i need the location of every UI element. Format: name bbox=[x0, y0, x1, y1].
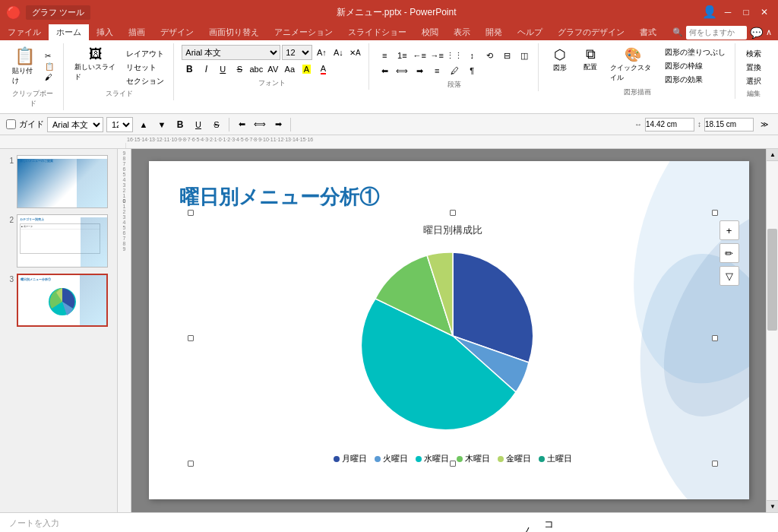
format-size-select[interactable]: 12 bbox=[106, 117, 133, 132]
menu-review[interactable]: 校閲 bbox=[414, 24, 446, 40]
font-color-button[interactable]: A bbox=[315, 62, 330, 77]
select-button[interactable]: 選択 bbox=[743, 75, 764, 87]
text-shadow-button[interactable]: abc bbox=[248, 62, 264, 77]
text-highlight-button[interactable]: 🖊 bbox=[447, 63, 462, 78]
align-left-button[interactable]: ⬅ bbox=[377, 63, 392, 78]
align-right-button[interactable]: ➡ bbox=[412, 63, 427, 78]
char-spacing-button[interactable]: AV bbox=[265, 62, 280, 77]
font-name-select[interactable]: Arial 本文 bbox=[182, 45, 280, 60]
menu-dev[interactable]: 開発 bbox=[478, 24, 510, 40]
increase-indent-button[interactable]: →≡ bbox=[429, 48, 444, 63]
close-button[interactable]: ✕ bbox=[757, 5, 772, 20]
new-slide-button[interactable]: 🖼 新しいスライド bbox=[71, 45, 121, 84]
canvas-area[interactable]: 曜日別メニュー分析① 曜日別構成比 bbox=[131, 149, 766, 512]
search-input[interactable] bbox=[686, 26, 747, 40]
shape-effects-button[interactable]: 図形の効果 bbox=[662, 74, 729, 86]
slide-thumb-1[interactable]: 1 新しいメニューのご提案 bbox=[3, 155, 114, 208]
format-align-center[interactable]: ⟺ bbox=[252, 117, 267, 132]
scroll-down-btn[interactable]: ▼ bbox=[767, 500, 778, 512]
sel-handle-bl[interactable] bbox=[188, 461, 194, 467]
scroll-thumb[interactable] bbox=[767, 229, 777, 331]
height-input[interactable] bbox=[704, 118, 754, 131]
section-button[interactable]: セクション bbox=[123, 75, 167, 87]
text-direction-button[interactable]: ⟲ bbox=[482, 48, 497, 63]
italic-button[interactable]: I bbox=[198, 62, 213, 77]
menu-format[interactable]: 書式 bbox=[632, 24, 664, 40]
guide-checkbox[interactable] bbox=[6, 119, 16, 129]
format-align-right[interactable]: ➡ bbox=[270, 117, 286, 132]
sel-handle-br[interactable] bbox=[712, 461, 718, 467]
chart-filter-button[interactable]: ▽ bbox=[719, 266, 739, 286]
format-decrease-btn[interactable]: ▼ bbox=[154, 117, 169, 132]
format-bold-btn[interactable]: B bbox=[172, 117, 188, 132]
scroll-up-btn[interactable]: ▲ bbox=[767, 149, 778, 161]
menu-draw[interactable]: 描画 bbox=[121, 24, 153, 40]
align-text-button[interactable]: ⊟ bbox=[499, 48, 514, 63]
search-button[interactable]: 検索 bbox=[743, 48, 764, 60]
format-increase-btn[interactable]: ▲ bbox=[136, 117, 151, 132]
shape-fill-button[interactable]: 図形の塗りつぶし bbox=[662, 46, 729, 59]
sel-handle-tl[interactable] bbox=[188, 210, 194, 216]
menu-chart-design[interactable]: グラフのデザイン bbox=[550, 24, 632, 40]
minimize-button[interactable]: ─ bbox=[720, 5, 735, 20]
paste-button[interactable]: 📋 貼り付け bbox=[9, 45, 40, 87]
sel-handle-bm[interactable] bbox=[450, 461, 456, 467]
user-icon[interactable]: 👤 bbox=[702, 5, 717, 20]
menu-slideshow[interactable]: スライドショー bbox=[340, 24, 414, 40]
slide-img-1[interactable]: 新しいメニューのご提案 bbox=[17, 155, 108, 208]
width-input[interactable] bbox=[645, 118, 694, 131]
replace-button[interactable]: 置換 bbox=[743, 62, 764, 74]
columns-button[interactable]: ⋮⋮ bbox=[447, 48, 462, 63]
slide-thumb-3[interactable]: 3 曜日別メニュー分析① bbox=[3, 274, 114, 327]
menu-design[interactable]: デザイン bbox=[153, 24, 201, 40]
slide-thumb-2[interactable]: 2 カテゴリー別売上 ■ 表データ bbox=[3, 214, 114, 268]
bullets-button[interactable]: ≡ bbox=[377, 48, 392, 63]
chart-add-button[interactable]: + bbox=[719, 220, 739, 240]
decrease-indent-button[interactable]: ←≡ bbox=[412, 48, 427, 63]
line-spacing-button[interactable]: ↕ bbox=[464, 48, 479, 63]
strikethrough-button[interactable]: S bbox=[232, 62, 247, 77]
format-strikethrough-btn[interactable]: S bbox=[209, 117, 224, 132]
font-size-select[interactable]: 12 bbox=[282, 45, 312, 60]
comment-icon[interactable]: 💬 bbox=[750, 27, 763, 39]
reset-button[interactable]: リセット bbox=[123, 62, 167, 74]
format-underline-btn[interactable]: U bbox=[191, 117, 206, 132]
menu-file[interactable]: ファイル bbox=[0, 24, 49, 40]
format-align-left[interactable]: ⬅ bbox=[234, 117, 249, 132]
menu-help[interactable]: ヘルプ bbox=[510, 24, 550, 40]
sel-handle-ml[interactable] bbox=[188, 335, 194, 341]
copy-button[interactable]: 📋 bbox=[42, 62, 57, 71]
change-case-button[interactable]: Aa bbox=[282, 62, 297, 77]
justify-button[interactable]: ≡ bbox=[429, 63, 444, 78]
highlight-button[interactable]: A bbox=[299, 62, 314, 77]
menu-insert[interactable]: 挿入 bbox=[89, 24, 121, 40]
quick-styles-button[interactable]: 🎨 クイックスタイル bbox=[607, 45, 659, 84]
bold-button[interactable]: B bbox=[182, 62, 197, 77]
sel-handle-tm[interactable] bbox=[450, 210, 456, 216]
menu-animations[interactable]: アニメーション bbox=[267, 24, 340, 40]
font-increase-button[interactable]: A↑ bbox=[314, 45, 329, 60]
slide-img-2[interactable]: カテゴリー別売上 ■ 表データ bbox=[17, 214, 108, 268]
ribbon-collapse-icon[interactable]: ∧ bbox=[766, 27, 772, 37]
smartart-button[interactable]: ◫ bbox=[517, 48, 532, 63]
chart-selection-area[interactable]: 曜日別構成比 bbox=[191, 213, 715, 464]
font-decrease-button[interactable]: A↓ bbox=[330, 45, 346, 60]
align-center-button[interactable]: ⟺ bbox=[394, 63, 410, 78]
scroll-track[interactable] bbox=[767, 161, 778, 500]
clear-format-button[interactable]: ✕A bbox=[347, 45, 362, 60]
more-options-btn[interactable]: ≫ bbox=[757, 117, 772, 132]
restore-button[interactable]: □ bbox=[738, 5, 754, 20]
layout-button[interactable]: レイアウト bbox=[123, 48, 167, 60]
sel-handle-mr[interactable] bbox=[712, 335, 718, 341]
notes-area[interactable]: ノートを入力 bbox=[0, 512, 778, 532]
cut-button[interactable]: ✂ bbox=[42, 51, 57, 61]
menu-home[interactable]: ホーム bbox=[49, 24, 89, 40]
paragraph-settings[interactable]: ¶ bbox=[464, 63, 479, 78]
chart-style-button[interactable]: ✏ bbox=[719, 243, 739, 263]
sel-handle-tr[interactable] bbox=[712, 210, 718, 216]
slide-img-3[interactable]: 曜日別メニュー分析① bbox=[17, 274, 108, 327]
underline-button[interactable]: U bbox=[215, 62, 230, 77]
menu-transitions[interactable]: 画面切り替え bbox=[201, 24, 267, 40]
shapes-button[interactable]: ⬡ 図形 bbox=[546, 45, 574, 74]
format-font-select[interactable]: Arial 本文 bbox=[47, 117, 103, 132]
